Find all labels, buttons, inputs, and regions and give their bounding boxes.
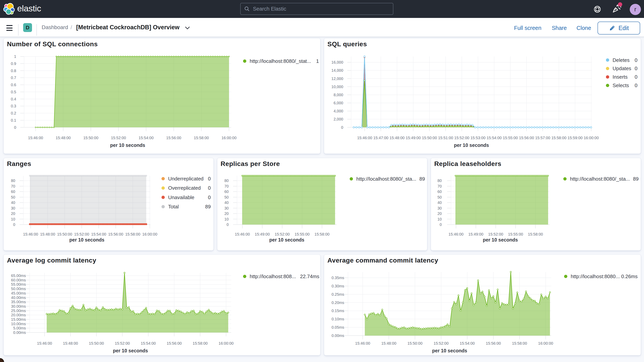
svg-text:0.9: 0.9: [11, 62, 16, 66]
svg-text:15:58:00: 15:58:00: [552, 136, 566, 140]
svg-text:70: 70: [11, 184, 15, 188]
svg-text:0: 0: [208, 176, 211, 182]
svg-text:0.2: 0.2: [11, 111, 16, 115]
svg-text:15:46:00: 15:46:00: [448, 232, 464, 236]
svg-text:10: 10: [438, 217, 442, 221]
svg-text:Average command commit latency: Average command commit latency: [328, 256, 438, 264]
svg-text:Updates: Updates: [612, 66, 631, 71]
svg-text:15:56:00: 15:56:00: [486, 341, 501, 346]
svg-text:0.20ms: 0.20ms: [332, 300, 344, 305]
svg-text:per 10 seconds: per 10 seconds: [483, 237, 518, 242]
svg-text:0.05ms: 0.05ms: [332, 325, 344, 330]
svg-text:15:54:00: 15:54:00: [91, 232, 106, 236]
svg-text:0.4: 0.4: [11, 97, 16, 101]
svg-text:Inserts: Inserts: [612, 74, 628, 80]
svg-text:Replica leaseholders: Replica leaseholders: [434, 160, 501, 167]
svg-text:0: 0: [440, 222, 442, 227]
svg-text:0: 0: [208, 194, 211, 200]
svg-text:15:58:00: 15:58:00: [192, 341, 208, 346]
svg-text:15:58:00: 15:58:00: [512, 341, 527, 346]
svg-text:15:58:00: 15:58:00: [125, 232, 140, 236]
svg-text:16:00:00: 16:00:00: [142, 232, 157, 236]
svg-text:http://localhost:8080/_sta...: http://localhost:8080/_sta...: [356, 176, 416, 182]
svg-text:15:57:00: 15:57:00: [535, 136, 550, 140]
svg-text:per 10 seconds: per 10 seconds: [110, 142, 145, 148]
svg-text:15:56:00: 15:56:00: [166, 136, 181, 140]
svg-text:Number of SQL connections: Number of SQL connections: [7, 40, 98, 48]
svg-text:0.35ms: 0.35ms: [332, 276, 344, 280]
svg-text:15:53:00: 15:53:00: [470, 136, 486, 140]
svg-text:6,000: 6,000: [334, 101, 343, 105]
svg-text:4,000: 4,000: [334, 109, 343, 113]
svg-text:0: 0: [635, 74, 638, 80]
svg-text:10.00ms: 10.00ms: [11, 322, 26, 326]
svg-text:15:54:00: 15:54:00: [141, 341, 156, 346]
svg-text:15:52:00: 15:52:00: [434, 341, 449, 346]
svg-text:Ranges: Ranges: [7, 160, 31, 167]
svg-text:0.26ms: 0.26ms: [621, 274, 638, 279]
svg-text:16:00:00: 16:00:00: [219, 341, 234, 346]
svg-text:per 10 seconds: per 10 seconds: [269, 237, 304, 242]
svg-text:10,000: 10,000: [332, 84, 343, 89]
svg-text:15:46:00: 15:46:00: [23, 232, 38, 236]
svg-text:0.5: 0.5: [11, 90, 16, 94]
svg-text:0.25ms: 0.25ms: [332, 292, 344, 296]
svg-text:15:49:00: 15:49:00: [255, 232, 270, 236]
svg-text:20: 20: [438, 212, 442, 216]
svg-text:10: 10: [11, 217, 15, 221]
svg-text:Average log commit latency: Average log commit latency: [7, 256, 96, 264]
svg-text:15:58:00: 15:58:00: [528, 232, 543, 236]
svg-text:8,000: 8,000: [334, 93, 343, 97]
svg-text:15:58:00: 15:58:00: [314, 232, 330, 236]
svg-text:16,000: 16,000: [332, 60, 343, 64]
svg-text:15:50:00: 15:50:00: [57, 232, 72, 236]
svg-text:Selects: Selects: [612, 82, 629, 88]
svg-text:Overreplicated: Overreplicated: [168, 185, 201, 191]
svg-text:0.7: 0.7: [11, 76, 16, 80]
svg-text:Unavailable: Unavailable: [168, 194, 194, 200]
svg-text:40: 40: [224, 200, 229, 205]
svg-text:0: 0: [13, 222, 15, 227]
svg-text:80: 80: [224, 178, 229, 183]
svg-text:16:00:00: 16:00:00: [538, 341, 553, 346]
svg-text:15:56:00: 15:56:00: [519, 136, 534, 140]
svg-text:50: 50: [224, 195, 229, 199]
svg-text:30: 30: [11, 206, 15, 210]
svg-text:60.00ms: 60.00ms: [11, 278, 26, 282]
svg-text:15:48:00: 15:48:00: [382, 341, 396, 346]
svg-text:15:56:00: 15:56:00: [108, 232, 123, 236]
svg-text:35.00ms: 35.00ms: [11, 300, 26, 304]
svg-text:per 10 seconds: per 10 seconds: [69, 237, 104, 242]
svg-text:89: 89: [633, 176, 638, 182]
svg-text:89: 89: [419, 176, 425, 182]
svg-text:45.00ms: 45.00ms: [11, 291, 26, 295]
svg-text:30: 30: [224, 206, 229, 210]
svg-text:15:52:00: 15:52:00: [111, 136, 126, 140]
svg-text:40.00ms: 40.00ms: [11, 296, 26, 300]
svg-text:15:50:00: 15:50:00: [83, 136, 98, 140]
svg-text:0.8: 0.8: [11, 68, 16, 73]
svg-text:14,000: 14,000: [332, 68, 343, 72]
svg-text:0.30ms: 0.30ms: [332, 284, 344, 288]
svg-text:20: 20: [11, 212, 15, 216]
svg-text:Replicas per Store: Replicas per Store: [220, 160, 280, 167]
svg-text:80: 80: [438, 178, 442, 183]
svg-text:15:54:00: 15:54:00: [487, 136, 502, 140]
svg-text:0: 0: [635, 66, 638, 71]
svg-text:0.00ms: 0.00ms: [13, 330, 26, 335]
svg-text:15:52:00: 15:52:00: [488, 232, 503, 236]
svg-text:0.10ms: 0.10ms: [332, 317, 344, 321]
svg-text:16:00:00: 16:00:00: [584, 136, 599, 140]
svg-text:0: 0: [341, 125, 343, 130]
svg-text:15:58:00: 15:58:00: [194, 136, 209, 140]
svg-text:http://localhost:808...: http://localhost:808...: [250, 274, 296, 279]
svg-text:16:00:00: 16:00:00: [222, 136, 236, 140]
svg-text:15:46:00: 15:46:00: [37, 341, 52, 346]
svg-text:60: 60: [224, 190, 229, 194]
svg-text:15:52:00: 15:52:00: [454, 136, 469, 140]
svg-text:Deletes: Deletes: [612, 57, 630, 63]
svg-text:15:55:00: 15:55:00: [508, 232, 523, 236]
svg-text:0: 0: [208, 185, 211, 191]
svg-text:60: 60: [438, 190, 442, 194]
svg-text:15:46:00: 15:46:00: [235, 232, 250, 236]
